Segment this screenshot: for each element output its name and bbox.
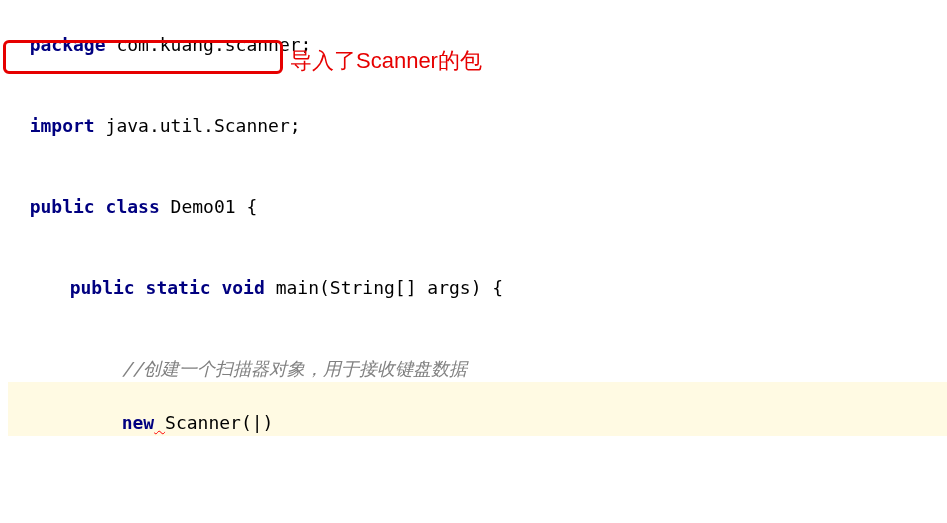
code-line-blank[interactable]: [8, 490, 947, 517]
code-text: [135, 277, 146, 298]
code-line-9[interactable]: //创建一个扫描器对象，用于接收键盘数据: [8, 328, 947, 382]
code-line-blank[interactable]: [8, 436, 947, 463]
annotation-text: 导入了Scanner的包: [290, 44, 482, 77]
code-line-10-current[interactable]: new Scanner(|): [8, 382, 947, 436]
code-line-blank[interactable]: [8, 220, 947, 247]
keyword-import: import: [30, 115, 95, 136]
code-text: java.util.Scanner;: [95, 115, 301, 136]
code-line-5[interactable]: public class Demo01 {: [8, 166, 947, 220]
code-text: Scanner(|): [165, 412, 273, 433]
code-text: Demo01 {: [160, 196, 258, 217]
keyword-package: package: [30, 34, 106, 55]
keyword-new: new: [122, 412, 155, 433]
error-squiggle: [154, 412, 165, 433]
code-text: com.kuang.scanner;: [106, 34, 312, 55]
code-text: main(String[] args) {: [265, 277, 503, 298]
code-line-7[interactable]: public static void main(String[] args) {: [8, 247, 947, 301]
code-line-blank[interactable]: [8, 463, 947, 490]
keyword-static: static: [146, 277, 211, 298]
comment: //创建一个扫描器对象，用于接收键盘数据: [122, 358, 468, 379]
keyword-class: class: [106, 196, 160, 217]
keyword-void: void: [221, 277, 264, 298]
code-line-blank[interactable]: [8, 139, 947, 166]
code-line-blank[interactable]: [8, 301, 947, 328]
code-line-3[interactable]: import java.util.Scanner;: [8, 85, 947, 139]
code-text: [211, 277, 222, 298]
code-line-blank[interactable]: [8, 517, 947, 523]
keyword-public: public: [30, 196, 95, 217]
keyword-public: public: [70, 277, 135, 298]
code-text: [95, 196, 106, 217]
